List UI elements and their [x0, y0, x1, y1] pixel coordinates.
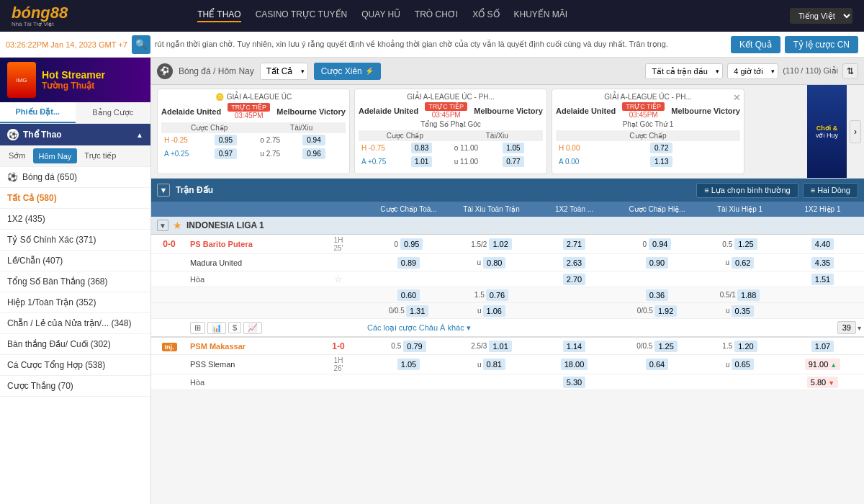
odd-button[interactable]: 0.62: [732, 257, 754, 269]
star-match-button[interactable]: ☆: [334, 274, 343, 284]
nav-item-lottery[interactable]: XỔ SỐ: [472, 9, 499, 22]
lua-chon-button[interactable]: ≡ Lựa chọn bình thường: [696, 183, 798, 198]
star-league-button[interactable]: ★: [173, 220, 182, 231]
tool-btn-4[interactable]: 📈: [243, 322, 262, 334]
arrows-button[interactable]: ⇅: [842, 63, 858, 79]
sidebar-item-hiep1[interactable]: Hiệp 1/Toàn Trận (352): [0, 292, 150, 313]
odd-button[interactable]: 0.95: [400, 238, 423, 250]
odd-button[interactable]: 1.20: [734, 341, 757, 352]
collapse-league-button[interactable]: ▼: [157, 220, 168, 231]
collapse-matches-button[interactable]: ▼: [157, 184, 170, 197]
odd-button[interactable]: 1.05: [397, 359, 420, 370]
tool-btn-3[interactable]: $: [228, 322, 241, 333]
phieu-dat-tab[interactable]: Phiếu Đặt...: [0, 102, 76, 123]
sidebar-item-tatca[interactable]: Tất Cả (580): [0, 188, 150, 209]
sport-bar: ⚽ Bóng đá / Hôm Nay Tất Cả ▾ Cược Xiên ⚡…: [151, 58, 864, 85]
odd-button[interactable]: 2.70: [563, 274, 585, 285]
odd-button[interactable]: 18.00: [561, 359, 588, 370]
next-cards-button[interactable]: ›: [850, 120, 861, 143]
odd-button[interactable]: 0.64: [646, 359, 668, 370]
odd-button[interactable]: 1.25: [654, 341, 677, 352]
tat-ca-select[interactable]: Tất Cả: [260, 63, 308, 80]
som-tab[interactable]: Sớm: [3, 148, 32, 163]
nav-item-promo[interactable]: KHUYẾN MÃI: [514, 9, 568, 22]
sidebar-item-ty-so[interactable]: Tỷ Số Chính Xác (371): [0, 230, 150, 251]
card2-team1: Adelaide United: [359, 107, 418, 115]
odd-button[interactable]: 0.65: [732, 359, 754, 370]
odd-button[interactable]: 0.81: [483, 359, 505, 370]
hom-nay-tab[interactable]: Hôm Nay: [33, 148, 78, 163]
match2-time: 1H 26': [310, 355, 367, 374]
odd-button[interactable]: 5.80 ▼: [807, 377, 838, 388]
odd-button[interactable]: 1.88: [737, 289, 760, 301]
sidebar-item-chan-le[interactable]: Chẵn / Lẻ của Nửa trận/... (348): [0, 313, 150, 334]
odd-button[interactable]: 0.79: [403, 341, 426, 352]
tat-ca-tran-dau-select[interactable]: Tất cả trận đầu: [645, 63, 723, 79]
nav-item-sports[interactable]: THỂ THAO: [197, 9, 240, 22]
match2-1x2-full: 1.14: [533, 340, 616, 353]
sidebar-item-cuoc-thang[interactable]: Cược Thắng (70): [0, 376, 150, 397]
the-thao-section[interactable]: ⚽ Thể Thao ▲: [0, 124, 150, 145]
sidebar-item-tong-so[interactable]: Tổng Số Bàn Thắng (368): [0, 271, 150, 292]
odd-button[interactable]: 1.25: [734, 238, 757, 250]
promo-hot-streamer: Hot Streamer: [42, 69, 105, 81]
match1-1x2-half: 4.40: [781, 238, 864, 251]
col-1x2-full: 1X2 Toàn ...: [533, 204, 616, 215]
match1-row2: Madura United 0.89 u 0.80 2.63 0.90 u 0.: [151, 254, 864, 271]
odd-button[interactable]: 1.07: [811, 341, 834, 352]
sidebar-item-bongda[interactable]: ⚽ Bóng đá (650): [0, 167, 150, 188]
bang-cuoc-tab[interactable]: Bảng Cược: [76, 102, 151, 123]
odd-button[interactable]: 0.76: [486, 289, 508, 301]
odd-button[interactable]: 2.71: [563, 238, 585, 250]
card3-time: 03:45PM: [622, 111, 665, 119]
tool-btn-1[interactable]: ⊞: [190, 322, 205, 334]
odd-button[interactable]: 1.31: [406, 305, 428, 317]
nav-item-slots[interactable]: QUAY HŨ: [361, 9, 400, 22]
odd-button[interactable]: 0.94: [649, 238, 671, 250]
odd-button[interactable]: 91.00 ▲: [805, 359, 841, 370]
language-select[interactable]: Tiếng Việt: [790, 8, 852, 24]
match1-hc1-full: 0 0.95: [367, 238, 450, 251]
search-button[interactable]: 🔍: [132, 35, 150, 54]
odd-button[interactable]: 2.63: [563, 257, 585, 269]
sidebar-item-tong-hop[interactable]: Cá Cược Tổng Hợp (538): [0, 355, 150, 376]
odd-button[interactable]: 1.14: [563, 341, 585, 352]
odd-button[interactable]: 0.35: [732, 305, 754, 317]
sidebar-item-ban-thang[interactable]: Bàn thắng Đầu/ Cuối (302): [0, 334, 150, 355]
odd-button[interactable]: 1.02: [489, 238, 511, 250]
ticker-text: rút ngắn thời gian chờ. Tuy nhiên, xin l…: [155, 40, 726, 49]
odd-button[interactable]: 1.92: [654, 305, 677, 317]
odd-button[interactable]: 0.89: [397, 257, 420, 269]
more-odds-button[interactable]: Các loại cược Châu Á khác ▾: [367, 323, 471, 333]
nav-item-casino[interactable]: CASINO TRỰC TUYẾN: [256, 9, 348, 22]
match1-hc1-half: 0 0.94: [616, 238, 698, 251]
cuoc-xien-button[interactable]: Cược Xiên ⚡: [314, 63, 381, 80]
odd-button[interactable]: 0.60: [397, 289, 420, 301]
odd-button[interactable]: 1.06: [483, 305, 505, 317]
ty-le-button[interactable]: Tỷ lệ cược CN: [785, 36, 858, 53]
odd-button[interactable]: 4.40: [811, 238, 834, 250]
nav-item-games[interactable]: TRÒ CHƠI: [415, 9, 458, 22]
main-layout: IMG Hot Streamer Tường Thuật Phiếu Đặt..…: [0, 58, 864, 504]
odd-button[interactable]: 0.90: [646, 257, 668, 269]
sidebar-item-1x2[interactable]: 1X2 (435): [0, 209, 150, 230]
hai-dong-button[interactable]: ≡ Hai Dòng: [803, 183, 858, 198]
match2-score: 1-0: [310, 340, 367, 353]
match2-inj: Inj.: [151, 340, 187, 353]
odd-button[interactable]: 1.51: [811, 274, 834, 285]
match1-1x2b-half: 4.35: [781, 256, 864, 269]
odd-button[interactable]: 0.36: [646, 289, 668, 301]
sidebar-item-le-chan[interactable]: Lề/Chẵn (407): [0, 251, 150, 271]
odd-button[interactable]: 5.30: [563, 377, 585, 388]
match1-time: 1H 25': [310, 235, 367, 253]
match1-tools: ⊞ 📊 $ 📈: [187, 320, 310, 336]
odd-button[interactable]: 0.80: [483, 257, 505, 269]
filter-right: Tất cả trận đầu ▾ 4 giờ tới ▾ (110 / 110…: [645, 63, 858, 79]
tool-btn-2[interactable]: 📊: [207, 322, 226, 334]
truc-tiep-tab[interactable]: Trực tiếp: [78, 148, 122, 163]
time-filter-select[interactable]: 4 giờ tới: [727, 63, 778, 79]
odd-button[interactable]: 1.01: [489, 341, 511, 352]
ket-qua-button[interactable]: Kết Quả: [731, 36, 780, 53]
odd-button[interactable]: 4.35: [811, 257, 834, 269]
close-card3-button[interactable]: ✕: [733, 92, 741, 103]
